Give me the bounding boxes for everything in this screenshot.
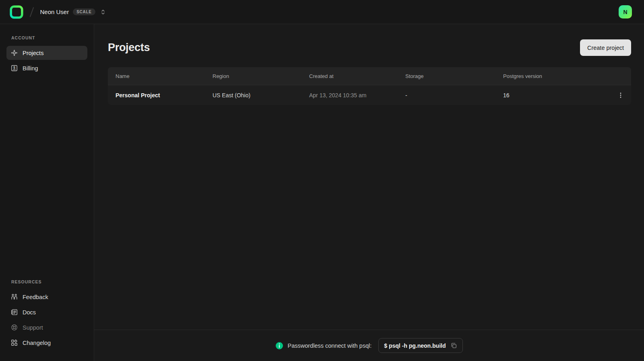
sidebar-item-feedback[interactable]: Feedback	[6, 290, 87, 304]
svg-text:$: $	[13, 66, 15, 70]
sidebar-item-label: Docs	[23, 309, 36, 316]
projects-icon	[10, 49, 18, 56]
column-header-created-at: Created at	[309, 73, 405, 79]
table-header-row: Name Region Created at Storage Postgres …	[108, 67, 631, 85]
sidebar-item-docs[interactable]: Docs	[6, 305, 87, 319]
top-header: Neon User SCALE N	[0, 0, 644, 24]
neon-console-app: Neon User SCALE N ACCOUNT	[0, 0, 644, 361]
psql-connect-footer: Passwordless connect with psql: $ psql -…	[94, 330, 644, 361]
sidebar: ACCOUNT Projects	[0, 24, 94, 361]
chevron-updown-icon	[100, 9, 106, 15]
billing-icon: $	[10, 65, 18, 72]
user-avatar[interactable]: N	[619, 5, 632, 18]
breadcrumb-separator	[30, 7, 34, 17]
plan-badge: SCALE	[73, 8, 95, 15]
sidebar-item-support[interactable]: Support	[6, 320, 87, 334]
psql-hint-text: Passwordless connect with psql:	[288, 343, 372, 349]
info-icon	[275, 342, 283, 350]
support-icon	[10, 324, 18, 331]
project-created-cell: Apr 13, 2024 10:35 am	[309, 92, 405, 98]
projects-table: Name Region Created at Storage Postgres …	[108, 67, 631, 105]
column-header-name: Name	[116, 73, 213, 79]
org-switcher[interactable]: Neon User SCALE	[40, 8, 106, 15]
project-name-cell[interactable]: Personal Project	[116, 92, 213, 98]
project-version-cell: 16	[503, 92, 609, 98]
project-region-cell: US East (Ohio)	[213, 92, 309, 98]
sidebar-item-label: Feedback	[23, 294, 48, 300]
copy-command-button[interactable]	[450, 342, 457, 349]
row-actions-button[interactable]	[609, 85, 623, 105]
table-row[interactable]: Personal Project US East (Ohio) Apr 13, …	[108, 85, 631, 105]
sidebar-item-projects[interactable]: Projects	[6, 46, 87, 60]
main-spacer	[108, 105, 631, 330]
feedback-icon	[10, 293, 18, 300]
docs-icon	[10, 309, 18, 316]
sidebar-item-label: Billing	[23, 65, 38, 72]
copy-icon	[450, 342, 457, 349]
column-header-storage: Storage	[405, 73, 503, 79]
column-header-region: Region	[213, 73, 309, 79]
neon-logo-icon	[10, 5, 23, 19]
sidebar-item-label: Support	[23, 324, 43, 331]
org-name: Neon User	[40, 8, 69, 15]
psql-command-text: $ psql -h pg.neon.build	[384, 343, 446, 349]
sidebar-item-billing[interactable]: $ Billing	[6, 61, 87, 75]
main-content: Projects Create project Name Region Crea…	[94, 24, 644, 361]
sidebar-section-resources: RESOURCES	[11, 279, 87, 284]
sidebar-item-label: Changelog	[23, 340, 51, 346]
sidebar-item-changelog[interactable]: Changelog	[6, 336, 87, 350]
psql-command-box: $ psql -h pg.neon.build	[378, 338, 463, 353]
project-storage-cell: -	[405, 92, 503, 98]
kebab-menu-icon	[618, 92, 623, 98]
sidebar-section-account: ACCOUNT	[11, 35, 87, 40]
sidebar-item-label: Projects	[23, 50, 43, 56]
create-project-button[interactable]: Create project	[580, 39, 631, 56]
page-title: Projects	[108, 41, 150, 54]
changelog-icon	[10, 339, 18, 346]
neon-logo[interactable]	[10, 5, 23, 19]
column-header-postgres-version: Postgres version	[503, 73, 609, 79]
